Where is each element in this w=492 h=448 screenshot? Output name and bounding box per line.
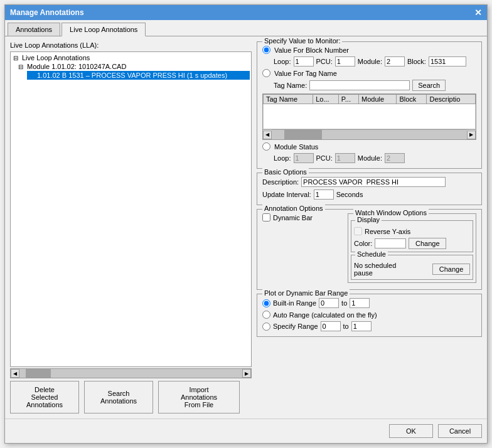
schedule-group: Schedule No scheduled pause Change xyxy=(351,255,473,280)
block-inputs-row: Loop: PCU: Module: Block: xyxy=(274,56,476,67)
basic-options-group: Basic Options Description: Update Interv… xyxy=(257,173,482,205)
scroll-thumb[interactable] xyxy=(26,369,51,378)
tree-item-selected[interactable]: 1.01.02 B 1531 – PROCESS VAPOR PRESS HI … xyxy=(27,71,250,80)
plot-range-title: Plot or Dynamic Bar Range xyxy=(262,289,350,297)
block-number-row: Value For Block Number xyxy=(262,46,476,54)
display-title: Display xyxy=(355,216,382,223)
ms-pcu-label: PCU: xyxy=(316,154,333,162)
col-description: Descriptio xyxy=(427,95,476,104)
left-panel: Live Loop Annotations (LLA): ⊟ Live Loop… xyxy=(10,41,252,413)
tab-annotations[interactable]: Annotations xyxy=(8,23,60,36)
tree-root-label: Live Loop Annotations xyxy=(22,54,90,61)
tag-table-wrapper: Tag Name Lo... P... Module Block Descrip… xyxy=(262,93,476,140)
left-buttons-row: Delete Selected Annotations Search Annot… xyxy=(10,381,252,413)
built-in-range-label: Built-in Range xyxy=(273,299,316,307)
pcu-label: PCU: xyxy=(316,58,333,65)
block-input[interactable] xyxy=(429,56,466,67)
table-scroll-left[interactable]: ◀ xyxy=(263,131,272,139)
schedule-body: No scheduled pause Change xyxy=(354,262,470,277)
seconds-label: Seconds xyxy=(336,191,363,198)
radio-module-status[interactable] xyxy=(262,142,270,151)
description-row: Description: xyxy=(262,177,476,187)
reverse-y-checkbox[interactable] xyxy=(354,227,362,235)
basic-options-title: Basic Options xyxy=(262,168,309,176)
radio-module-status-label: Module Status xyxy=(274,143,318,151)
annotation-left: Dynamic Bar xyxy=(262,213,344,283)
tree-module[interactable]: ⊟ Module 1.01.02: 1010247A.CAD xyxy=(17,62,250,71)
annotation-options-title: Annotation Options xyxy=(262,205,325,212)
built-in-from-input[interactable] xyxy=(319,298,339,308)
table-scroll-thumb[interactable] xyxy=(284,130,322,139)
tab-bar: Annotations Live Loop Annotations xyxy=(5,20,487,36)
table-hscrollbar[interactable]: ◀ ▶ xyxy=(263,129,476,139)
display-group: Display Reverse Y-axis Color: Change xyxy=(351,220,473,252)
tag-name-input-row: Tag Name: Search xyxy=(274,80,476,91)
root-expander[interactable]: ⊟ xyxy=(13,55,21,61)
dialog-body: Live Loop Annotations (LLA): ⊟ Live Loop… xyxy=(5,36,487,419)
schedule-title: Schedule xyxy=(355,250,388,258)
radio-block-number[interactable] xyxy=(262,46,270,54)
scroll-left-arrow[interactable]: ◀ xyxy=(11,369,19,378)
specify-from-input[interactable] xyxy=(321,321,341,331)
loop-label: Loop: xyxy=(274,58,291,65)
description-input[interactable] xyxy=(301,177,446,187)
dynamic-bar-checkbox[interactable] xyxy=(262,213,270,221)
module-status-row: Module Status xyxy=(262,142,476,151)
specify-range-row: Specify Range to xyxy=(262,321,476,331)
radio-specify-range[interactable] xyxy=(262,323,270,331)
manage-annotations-dialog: Manage Annotations ✕ Annotations Live Lo… xyxy=(4,4,488,444)
ok-button[interactable]: OK xyxy=(389,424,433,438)
scroll-track[interactable] xyxy=(19,369,242,378)
import-button[interactable]: Import Annotations From File xyxy=(158,381,240,413)
module-expander[interactable]: ⊟ xyxy=(18,63,26,70)
item-expander xyxy=(28,72,36,79)
tag-name-row: Value For Tag Name xyxy=(262,69,476,77)
specify-range-label: Specify Range xyxy=(273,323,318,330)
col-tag-name: Tag Name xyxy=(264,95,313,104)
color-swatch xyxy=(375,238,406,248)
pcu-input[interactable] xyxy=(335,56,355,67)
dynamic-bar-label: Dynamic Bar xyxy=(273,214,313,221)
plot-range-body: Built-in Range to Auto Range (calculated… xyxy=(262,298,476,331)
tag-name-input[interactable] xyxy=(309,80,410,90)
specify-value-title: Specify Value to Monitor: xyxy=(262,37,342,45)
tag-table: Tag Name Lo... P... Module Block Descrip… xyxy=(263,94,476,129)
plot-range-group: Plot or Dynamic Bar Range Built-in Range… xyxy=(257,294,482,337)
table-scroll-track[interactable] xyxy=(272,130,467,139)
ms-module-input[interactable] xyxy=(385,153,405,163)
search-button[interactable]: Search Annotations xyxy=(84,381,153,413)
loop-input[interactable] xyxy=(294,56,314,67)
module-input[interactable] xyxy=(385,56,405,67)
auto-range-label: Auto Range (calculated on the fly) xyxy=(273,311,377,319)
tab-live-loop-annotations[interactable]: Live Loop Annotations xyxy=(62,23,146,36)
scroll-right-arrow[interactable]: ▶ xyxy=(242,369,251,378)
search-tag-button[interactable]: Search xyxy=(412,80,446,91)
specify-to-label: to xyxy=(343,323,349,330)
table-row-empty xyxy=(264,104,476,129)
built-in-to-input[interactable] xyxy=(350,298,370,308)
radio-auto-range[interactable] xyxy=(262,311,270,319)
color-change-button[interactable]: Change xyxy=(409,238,446,249)
footer-buttons: OK Cancel xyxy=(5,419,487,443)
tree-hscrollbar[interactable]: ◀ ▶ xyxy=(10,368,252,378)
delete-button[interactable]: Delete Selected Annotations xyxy=(10,381,79,413)
tree-box[interactable]: ⊟ Live Loop Annotations ⊟ Module 1.01.02… xyxy=(10,51,252,367)
schedule-change-button[interactable]: Change xyxy=(432,264,470,275)
radio-tag-name[interactable] xyxy=(262,69,270,77)
update-interval-input[interactable] xyxy=(314,189,334,200)
close-button[interactable]: ✕ xyxy=(474,8,482,18)
tree-root[interactable]: ⊟ Live Loop Annotations xyxy=(12,53,250,62)
annotation-options-group: Annotation Options Dynamic Bar Watch Win… xyxy=(257,209,482,290)
cancel-button[interactable]: Cancel xyxy=(438,424,482,438)
dialog-title: Manage Annotations xyxy=(10,8,84,17)
title-bar: Manage Annotations ✕ xyxy=(5,5,487,20)
col-p: P... xyxy=(338,95,358,104)
radio-builtin-range[interactable] xyxy=(262,299,270,307)
table-scroll-right[interactable]: ▶ xyxy=(467,131,476,139)
col-lo: Lo... xyxy=(313,95,339,104)
specify-to-input[interactable] xyxy=(351,321,372,331)
update-interval-row: Update Interval: Seconds xyxy=(262,189,476,200)
right-panel: Specify Value to Monitor: Value For Bloc… xyxy=(257,41,482,413)
ms-loop-input[interactable] xyxy=(294,153,314,163)
ms-pcu-input[interactable] xyxy=(335,153,355,163)
